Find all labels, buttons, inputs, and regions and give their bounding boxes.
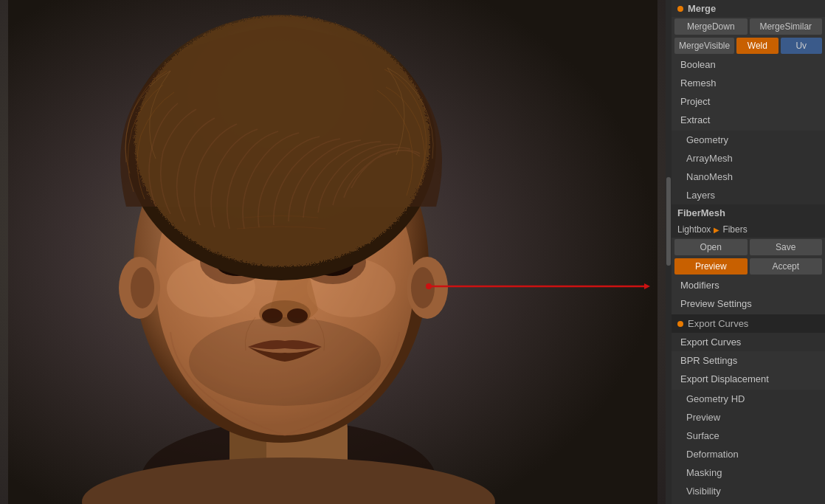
merge-down-button[interactable]: MergeDown bbox=[674, 18, 748, 35]
viewport bbox=[0, 0, 666, 504]
layers-item[interactable]: Layers bbox=[672, 186, 825, 204]
lightbox-label: Lightbox bbox=[677, 224, 711, 235]
merge-btn-row-2: MergeVisible Weld Uv bbox=[672, 36, 825, 55]
surface-item[interactable]: Surface bbox=[672, 427, 825, 445]
fibermesh-btn-row-1: Open Save bbox=[672, 238, 825, 257]
fibermesh-header: FiberMesh bbox=[672, 204, 825, 221]
modifiers-item[interactable]: Modifiers bbox=[672, 276, 825, 294]
geometry-item[interactable]: Geometry bbox=[672, 131, 825, 149]
deformation-item[interactable]: Deformation bbox=[672, 445, 825, 463]
bpr-settings-item[interactable]: BPR Settings bbox=[672, 351, 825, 370]
visibility-item[interactable]: Visibility bbox=[672, 482, 825, 500]
accept-button[interactable]: Accept bbox=[750, 258, 823, 275]
merge-visible-button[interactable]: MergeVisible bbox=[674, 38, 734, 54]
boolean-item[interactable]: Boolean bbox=[672, 55, 825, 74]
uv-button[interactable]: Uv bbox=[781, 38, 822, 54]
merge-section-header: Merge bbox=[672, 0, 825, 17]
viewport-background bbox=[0, 0, 666, 504]
export-curves-label: Export Curves bbox=[688, 318, 748, 329]
scrollbar[interactable] bbox=[666, 0, 672, 504]
export-displacement-item[interactable]: Export Displacement bbox=[672, 370, 825, 388]
open-button[interactable]: Open bbox=[674, 239, 748, 255]
masking-item[interactable]: Masking bbox=[672, 463, 825, 482]
fibermesh-btn-row-2: Preview Accept bbox=[672, 257, 825, 276]
scroll-thumb[interactable] bbox=[666, 177, 671, 266]
remesh-item[interactable]: Remesh bbox=[672, 74, 825, 92]
svg-point-30 bbox=[426, 283, 432, 289]
preview-button[interactable]: Preview bbox=[674, 258, 748, 275]
play-icon: ▶ bbox=[714, 226, 719, 234]
export-dot bbox=[677, 321, 683, 327]
preview-settings-item[interactable]: Preview Settings bbox=[672, 294, 825, 313]
weld-button[interactable]: Weld bbox=[736, 38, 778, 54]
svg-point-22 bbox=[131, 267, 154, 308]
nanomesh-item[interactable]: NanoMesh bbox=[672, 168, 825, 186]
merge-similar-button[interactable]: MergeSimilar bbox=[750, 18, 823, 35]
arraymesh-item[interactable]: ArrayMesh bbox=[672, 149, 825, 168]
fibermesh-label: FiberMesh bbox=[677, 207, 725, 218]
project-item[interactable]: Project bbox=[672, 92, 825, 111]
face-render bbox=[0, 0, 666, 504]
poly-item[interactable]: Poly bbox=[672, 500, 825, 504]
right-panel: Merge MergeDown MergeSimilar MergeVisibl… bbox=[672, 0, 825, 504]
export-curves-header: Export Curves bbox=[672, 314, 825, 333]
merge-label: Merge bbox=[688, 3, 716, 14]
svg-point-27 bbox=[189, 317, 381, 406]
extract-item[interactable]: Extract bbox=[672, 111, 825, 129]
save-button[interactable]: Save bbox=[750, 239, 823, 255]
export-curves-item[interactable]: Export Curves bbox=[672, 333, 825, 351]
merge-btn-row-1: MergeDown MergeSimilar bbox=[672, 17, 825, 36]
preview-hd-item[interactable]: Preview bbox=[672, 408, 825, 427]
fibers-label: Fibers bbox=[722, 224, 747, 235]
geo-hd-item[interactable]: Geometry HD bbox=[672, 390, 825, 408]
lightbox-row[interactable]: Lightbox ▶ Fibers bbox=[672, 221, 825, 238]
merge-dot bbox=[677, 6, 683, 12]
